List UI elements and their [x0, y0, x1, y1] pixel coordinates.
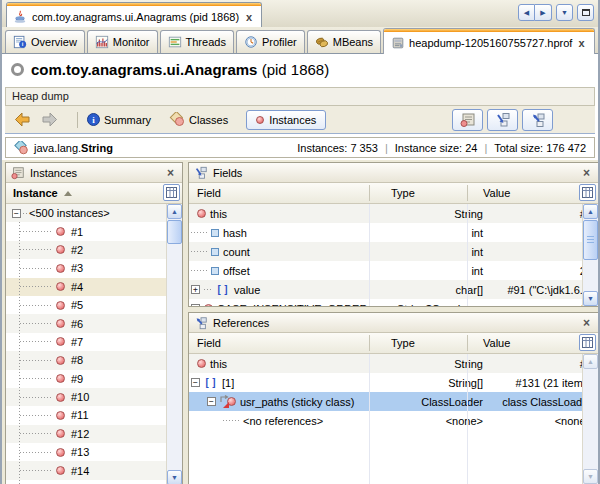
column-options-button[interactable] [579, 334, 596, 351]
scroll-down-button[interactable]: ▼ [583, 469, 598, 484]
column-type[interactable]: Type [391, 187, 483, 199]
tab-overview[interactable]: i Overview [5, 30, 85, 53]
list-item[interactable]: #11 [6, 406, 182, 424]
references-view-button[interactable] [522, 109, 553, 131]
field-label: this [210, 358, 227, 370]
column-type[interactable]: Type [391, 337, 483, 349]
close-icon[interactable]: × [164, 168, 177, 178]
selected-class-bar: java.lang.String Instances: 7 353 | Inst… [5, 137, 595, 158]
instance-icon [197, 359, 206, 368]
instances-view-button[interactable] [452, 109, 483, 131]
list-item[interactable]: #13 [6, 443, 182, 461]
fields-view-icon [495, 112, 511, 128]
back-button[interactable] [14, 112, 31, 127]
field-label: <no references> [243, 415, 323, 427]
table-row[interactable]: thisString#4 [189, 354, 598, 373]
scroll-tabs-left-button[interactable]: ◀ [518, 4, 535, 21]
table-row[interactable]: −usr_paths (sticky class)ClassLoaderclas… [189, 392, 598, 411]
tab-mbeans[interactable]: MBeans [307, 30, 381, 53]
instances-column-header[interactable]: Instance [6, 183, 182, 204]
collapse-icon[interactable]: − [191, 378, 200, 387]
column-field[interactable]: Field [189, 337, 391, 349]
list-item[interactable]: #4 [6, 278, 182, 296]
maximize-button[interactable] [577, 4, 594, 21]
table-row[interactable]: hashint0 [189, 223, 598, 242]
fields-column-header[interactable]: Field Type Value [189, 183, 598, 204]
scroll-down-button[interactable]: ▼ [167, 470, 182, 484]
list-item[interactable]: #7 [6, 333, 182, 351]
sort-ascending-icon [64, 191, 72, 196]
table-row[interactable]: thisString#4 [189, 204, 598, 223]
cell-field: this [189, 358, 397, 370]
tab-label: Threads [186, 36, 226, 48]
table-row[interactable]: <no references><none><none> [189, 411, 598, 430]
references-column-header[interactable]: Field Type Value [189, 333, 598, 354]
tree-root-row[interactable]: −<500 instances> [6, 204, 182, 222]
scroll-up-button[interactable]: ▲ [583, 204, 598, 219]
scroll-tabs-right-button[interactable]: ▶ [535, 4, 552, 21]
table-row[interactable]: −[][1]String[]#131 (21 items) [189, 373, 598, 392]
scroll-down-button[interactable]: ▼ [583, 291, 598, 306]
tab-anagrams-process[interactable]: com.toy.anagrams.ui.Anagrams (pid 1868) … [6, 2, 262, 27]
list-item[interactable]: #1 [6, 222, 182, 240]
summary-button[interactable]: i Summary [87, 113, 151, 126]
collapse-icon[interactable]: − [12, 209, 21, 218]
scrollbar-thumb[interactable] [583, 220, 598, 260]
column-instance[interactable]: Instance [6, 187, 58, 199]
fields-view-button[interactable] [487, 109, 518, 131]
expand-icon[interactable]: + [191, 285, 200, 294]
list-item[interactable]: #6 [6, 314, 182, 332]
table-row[interactable]: +CASE_INSENSITIVE_ORDERString$CaseInse..… [189, 299, 598, 306]
list-item[interactable]: #8 [6, 351, 182, 369]
column-options-button[interactable] [579, 184, 596, 201]
column-field[interactable]: Field [189, 187, 391, 199]
panel-title: Instances [30, 167, 77, 179]
forward-button[interactable] [41, 112, 58, 127]
list-item[interactable]: #10 [6, 388, 182, 406]
tab-heapdump[interactable]: heapdump-1205160755727.hprof x [383, 28, 594, 54]
close-icon[interactable]: x [244, 12, 254, 22]
list-item[interactable]: #3 [6, 259, 182, 277]
forward-arrow-icon [41, 112, 58, 127]
vertical-scrollbar[interactable]: ▲▼ [166, 204, 182, 484]
list-item[interactable]: #15 [6, 480, 182, 484]
instances-tree: −<500 instances>#1#2#3#4#5#6#7#8#9#10#11… [6, 204, 182, 484]
column-divider [467, 204, 468, 306]
instances-toggle-button[interactable]: Instances [246, 110, 326, 130]
close-icon[interactable]: × [580, 168, 593, 178]
cell-type: String[] [397, 377, 489, 389]
field-label: CASE_INSENSITIVE_ORDER [217, 303, 367, 307]
tree-connector [191, 270, 207, 271]
list-item[interactable]: #12 [6, 425, 182, 443]
class-stats: Instances: 7 353 | Instance size: 24 | T… [297, 142, 586, 154]
cell-field: offset [189, 265, 397, 277]
close-icon[interactable]: × [580, 318, 593, 328]
classes-button[interactable]: Classes [169, 112, 228, 127]
vertical-scrollbar[interactable]: ▲▼ [582, 354, 598, 484]
cell-field: −[][1] [189, 377, 397, 389]
expand-icon[interactable]: + [191, 304, 200, 306]
scroll-up-button[interactable]: ▲ [583, 354, 598, 369]
tab-threads[interactable]: Threads [160, 30, 234, 53]
list-item[interactable]: #5 [6, 296, 182, 314]
tab-profiler[interactable]: Profiler [236, 30, 305, 53]
table-row[interactable]: countint1 [189, 242, 598, 261]
instance-icon [56, 374, 65, 383]
collapse-icon[interactable]: − [207, 397, 216, 406]
column-options-button[interactable] [163, 184, 180, 201]
instance-icon [56, 411, 65, 420]
scrollbar-thumb[interactable] [167, 220, 182, 244]
table-row[interactable]: offsetint20 [189, 261, 598, 280]
list-item[interactable]: #14 [6, 461, 182, 479]
scroll-up-button[interactable]: ▲ [167, 204, 182, 219]
table-row[interactable]: +[]valuechar[]#91 ("C:\jdk1.6.... [189, 280, 598, 299]
mbeans-icon [315, 35, 329, 49]
cell-type: <none> [397, 415, 489, 427]
vertical-scrollbar[interactable]: ▲▼ [582, 204, 598, 306]
field-label: count [223, 246, 250, 258]
tab-monitor[interactable]: Monitor [87, 30, 158, 53]
list-item[interactable]: #2 [6, 241, 182, 259]
tab-list-dropdown-button[interactable]: ▼ [556, 4, 573, 21]
close-icon[interactable]: x [576, 38, 586, 48]
list-item[interactable]: #9 [6, 370, 182, 388]
